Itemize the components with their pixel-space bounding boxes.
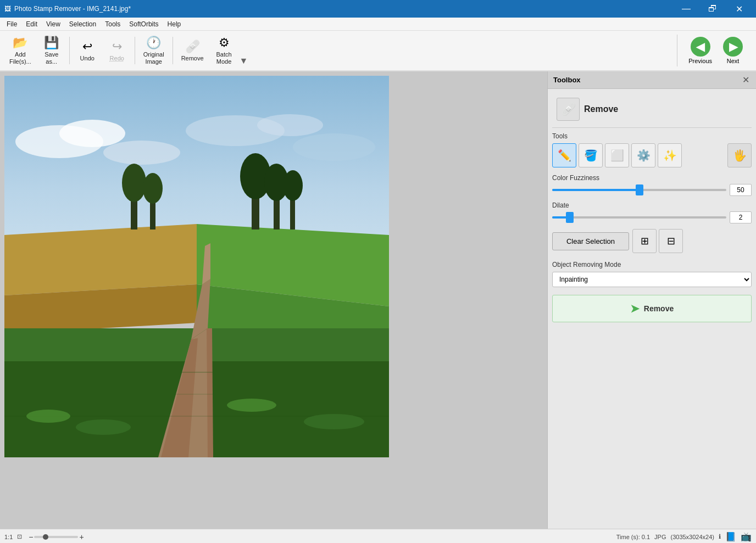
object-removing-mode-section: Object Removing Mode Inpainting Backgrou… — [552, 261, 752, 287]
batch-mode-button[interactable]: ⚙ BatchMode — [210, 33, 238, 68]
toolbox-title: Toolbox — [553, 76, 581, 84]
toolbox-header: Toolbox ✕ — [548, 71, 756, 89]
add-files-button[interactable]: 📂 AddFile(s)... — [4, 33, 36, 68]
eraser-tool-button[interactable]: 🪣 — [579, 143, 603, 167]
add-files-icon: 📂 — [13, 36, 27, 50]
menu-softorbits[interactable]: SoftOrbits — [125, 19, 163, 29]
magic-wand-tool-button[interactable]: ✨ — [658, 143, 682, 167]
save-as-label: Saveas... — [45, 51, 58, 65]
youtube-icon[interactable]: 📺 — [741, 531, 752, 542]
color-fuzziness-slider-container: 50 — [552, 184, 752, 196]
stamp-tool-button[interactable]: 🖐 — [727, 143, 752, 167]
status-zoom: 1:1 ⊡ — [4, 533, 22, 540]
toolbox-close-button[interactable]: ✕ — [741, 75, 751, 85]
redo-label: Redo — [110, 55, 124, 62]
svg-point-14 — [122, 164, 146, 202]
svg-point-22 — [283, 170, 303, 201]
title-bar-left: 🖼 Photo Stamp Remover - IMG_2141.jpg* — [4, 5, 131, 13]
canvas-area[interactable] — [0, 71, 547, 529]
title-bar-controls: — 🗗 ✕ — [674, 0, 752, 18]
zoom-slider-area: − + — [29, 533, 84, 541]
pencil-tool-button[interactable]: ✏️ — [552, 143, 576, 167]
dilate-thumb[interactable] — [566, 212, 574, 223]
zoom-thumb[interactable] — [43, 534, 48, 540]
title-bar: 🖼 Photo Stamp Remover - IMG_2141.jpg* — … — [0, 0, 756, 18]
menu-edit[interactable]: Edit — [21, 19, 42, 29]
redo-icon: ↪ — [112, 40, 122, 54]
zoom-track[interactable] — [34, 536, 78, 538]
svg-point-6 — [293, 133, 375, 161]
remove-toolbar-label: Remove — [181, 55, 204, 62]
save-as-button[interactable]: 💾 Saveas... — [37, 33, 66, 68]
info-icon[interactable]: ℹ — [719, 533, 721, 540]
svg-point-32 — [76, 419, 131, 435]
previous-circle: ◀ — [691, 37, 710, 57]
menu-selection[interactable]: Selection — [65, 19, 101, 29]
add-files-label: AddFile(s)... — [9, 51, 31, 65]
prev-next-area: ◀ Previous ▶ Next — [677, 35, 752, 66]
maximize-button[interactable]: 🗗 — [700, 0, 725, 18]
menu-tools[interactable]: Tools — [101, 19, 125, 29]
status-bar: 1:1 ⊡ − + Time (s): 0.1 JPG (3035x3024x2… — [0, 529, 756, 543]
rectangle-select-tool-button[interactable]: ⬜ — [605, 143, 629, 167]
toolbar-separator-1 — [69, 37, 70, 64]
zoom-in-icon[interactable]: + — [79, 533, 84, 541]
batch-mode-label: BatchMode — [216, 51, 232, 65]
zoom-level: 1:1 — [4, 534, 13, 540]
close-button[interactable]: ✕ — [726, 0, 752, 18]
object-removing-mode-label: Object Removing Mode — [552, 261, 752, 268]
toolbar-more-arrow[interactable]: ▼ — [240, 56, 248, 68]
dilate-track[interactable] — [552, 216, 726, 219]
app-icon: 🖼 — [4, 5, 11, 13]
redo-button[interactable]: ↪ Redo — [103, 34, 131, 67]
menu-view[interactable]: View — [42, 19, 65, 29]
dilate-value[interactable]: 2 — [730, 211, 752, 223]
undo-icon: ↩ — [82, 40, 92, 54]
undo-label: Undo — [80, 55, 94, 62]
svg-marker-27 — [207, 328, 213, 457]
menu-bar: File Edit View Selection Tools SoftOrbit… — [0, 18, 756, 31]
original-image-button[interactable]: 🕐 OriginalImage — [138, 33, 169, 68]
zoom-out-icon[interactable]: − — [29, 533, 33, 541]
color-fuzziness-label: Color Fuzziness — [552, 174, 752, 182]
remove-toolbar-icon: 🩹 — [185, 40, 200, 54]
menu-file[interactable]: File — [2, 19, 21, 29]
main-area: Toolbox ✕ 🩹 Remove Tools ✏️ 🪣 ⬜ ⚙️ ✨ 🖐 — [0, 71, 756, 529]
dimensions-label: (3035x3024x24) — [670, 534, 714, 540]
batch-mode-icon: ⚙ — [219, 36, 230, 50]
dilate-slider-container: 2 — [552, 211, 752, 223]
gear-tool-button[interactable]: ⚙️ — [631, 143, 655, 167]
undo-button[interactable]: ↩ Undo — [73, 34, 102, 67]
app-title: Photo Stamp Remover - IMG_2141.jpg* — [14, 5, 131, 13]
color-fuzziness-fill — [552, 189, 640, 191]
remove-toolbar-button[interactable]: 🩹 Remove — [176, 34, 209, 67]
image-container — [4, 76, 389, 457]
next-button[interactable]: ▶ Next — [719, 35, 747, 66]
facebook-icon[interactable]: 📘 — [725, 531, 736, 542]
toolbar: 📂 AddFile(s)... 💾 Saveas... ↩ Undo ↪ Red… — [0, 31, 756, 71]
svg-point-3 — [103, 141, 180, 165]
menu-help[interactable]: Help — [163, 19, 186, 29]
remove-icon-box: 🩹 — [557, 98, 580, 121]
svg-point-31 — [26, 410, 70, 423]
deselect-button[interactable]: ⊟ — [659, 229, 683, 253]
toolbox-panel: Toolbox ✕ 🩹 Remove Tools ✏️ 🪣 ⬜ ⚙️ ✨ 🖐 — [547, 71, 756, 529]
clear-selection-button[interactable]: Clear Selection — [552, 232, 629, 250]
svg-point-2 — [59, 120, 125, 147]
remove-section-title: Remove — [584, 104, 618, 114]
selection-btn-row: Clear Selection ⊞ ⊟ — [552, 229, 752, 253]
save-as-icon: 💾 — [44, 36, 59, 50]
object-removing-mode-select[interactable]: Inpainting Background Removal Content-Aw… — [552, 272, 752, 287]
color-fuzziness-thumb[interactable] — [636, 184, 643, 195]
previous-label: Previous — [688, 58, 712, 64]
original-image-label: OriginalImage — [143, 51, 164, 65]
svg-point-5 — [257, 114, 323, 136]
remove-action-button[interactable]: ➤ Remove — [552, 295, 752, 322]
color-fuzziness-track[interactable] — [552, 189, 726, 191]
svg-point-34 — [304, 414, 364, 429]
select-all-button[interactable]: ⊞ — [632, 229, 657, 253]
previous-button[interactable]: ◀ Previous — [684, 35, 716, 66]
color-fuzziness-value[interactable]: 50 — [730, 184, 752, 196]
minimize-button[interactable]: — — [674, 0, 699, 18]
svg-point-16 — [143, 173, 163, 204]
